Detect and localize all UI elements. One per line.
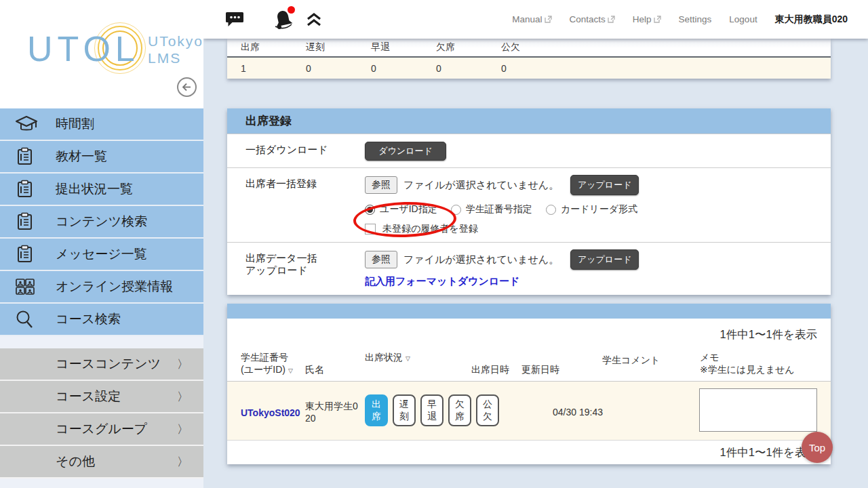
sidebar-item-content-search[interactable]: コンテンツ検索 [0,206,203,239]
radio-student-number[interactable]: 学生証番号指定 [451,203,532,216]
student-table-header-row: 学生証番号 (ユーザID) ▽ 氏名 出席状況 ▽ 出席日時 更新日時 学生コメ… [227,342,831,382]
student-name: 東大用学生020 [305,400,361,424]
logo-area: UTOL UTokyo LMS [0,0,203,108]
column-header-memo: メモ ※学生には見えません [700,351,795,375]
upload-button[interactable]: アップロード [570,175,639,195]
notification-dot [288,6,295,14]
radio-user-id[interactable]: ユーザID指定 [365,203,437,216]
status-button-left-early[interactable]: 早退 [420,394,443,426]
summary-value: 0 [357,63,422,74]
sidebar-gap [0,336,203,348]
topbar: Manual Contacts Help Settings Logout 東大用… [203,0,868,39]
logo-text: UTOL [27,28,140,69]
sidebar-item-messages[interactable]: メッセージ一覧 [0,239,203,271]
sidebar-item-label: コースグループ [0,420,147,438]
data-upload-row: 出席データ一括アップロード 参照 ファイルが選択されていません。 アップロード … [227,242,831,295]
summary-header: 欠席 [422,41,488,54]
manual-link[interactable]: Manual [512,14,551,24]
result-count-text: 1件中1〜1件を表示 [227,319,831,342]
register-unregistered-option: 未登録の履修者を登録 [365,223,823,235]
no-file-selected-text: ファイルが選択されていません。 [403,253,559,266]
notifications-bell-icon[interactable] [273,9,294,30]
graduation-cap-icon [15,115,39,133]
sidebar-item-course-settings[interactable]: コース設定 〉 [0,381,203,413]
sidebar-item-online-class[interactable]: オンライン授業情報 [0,271,203,304]
sidebar-item-course-contents[interactable]: コースコンテンツ 〉 [0,348,203,381]
help-link[interactable]: Help [633,14,661,24]
attendance-summary-table: 出席 遅刻 早退 欠席 公欠 1 0 0 0 0 [227,39,831,79]
upload-button[interactable]: アップロード [570,249,639,270]
sidebar-item-timetable[interactable]: 時間割 [0,108,203,141]
sidebar-item-label: 時間割 [0,115,94,133]
summary-value-row: 1 0 0 0 0 [227,58,831,79]
radio-card-reader[interactable]: カードリーダ形式 [546,203,637,216]
sort-indicator-icon: ▽ [406,355,410,362]
logo-subtitle: UTokyo LMS [148,33,203,66]
panel-header-bar [227,304,831,319]
settings-link[interactable]: Settings [679,14,712,24]
clipboard-icon [15,147,39,166]
sidebar: UTOL UTokyo LMS 時間割 教材一覧 提出状況一覧 [0,0,203,488]
summary-header: 公欠 [488,41,553,54]
browse-button[interactable]: 参照 [365,176,397,194]
summary-value: 0 [292,63,357,74]
format-download-link[interactable]: 記入用フォーマットダウンロード [365,275,520,288]
clipboard-icon [15,245,39,264]
column-header-status[interactable]: 出席状況 ▽ [365,351,410,363]
bulk-register-row: 出席者一括登録 参照 ファイルが選択されていません。 アップロード ユーザID指… [227,167,831,242]
no-file-selected-text: ファイルが選択されていません。 [403,179,559,192]
checkbox-label: 未登録の履修者を登録 [382,223,478,235]
external-link-icon [654,16,661,23]
status-button-excused[interactable]: 公欠 [476,394,499,426]
topbar-links: Manual Contacts Help Settings Logout 東大用… [512,14,868,26]
sidebar-item-submissions[interactable]: 提出状況一覧 [0,174,203,206]
sort-indicator-icon: ▽ [288,367,293,374]
utol-logo: UTOL UTokyo LMS [27,28,190,83]
username: 東大用教職員020 [775,14,848,26]
summary-header: 早退 [357,41,422,54]
column-header-student-comment: 学生コメント [602,354,660,366]
sidebar-item-others[interactable]: その他 〉 [0,446,203,479]
main-content: 出席 遅刻 早退 欠席 公欠 1 0 0 0 0 出席登録 一括ダウンロード ダ… [227,39,831,79]
collapse-header-icon[interactable] [306,12,322,27]
checkbox-unchecked-icon[interactable] [365,224,376,235]
summary-header-row: 出席 遅刻 早退 欠席 公欠 [227,39,831,58]
radio-unselected-icon[interactable] [451,205,461,215]
radio-unselected-icon[interactable] [546,205,556,215]
status-button-late[interactable]: 遅刻 [393,394,416,426]
download-button[interactable]: ダウンロード [365,142,446,161]
status-button-present[interactable]: 出席 [365,394,388,426]
bulk-register-label: 出席者一括登録 [227,168,365,242]
status-button-absent[interactable]: 欠席 [448,394,471,426]
search-icon [15,310,39,329]
summary-value: 1 [227,63,292,74]
column-header-updated-at: 更新日時 [521,363,559,375]
browse-button[interactable]: 参照 [365,251,397,268]
data-upload-label: 出席データ一括アップロード [227,243,365,295]
sidebar-item-materials[interactable]: 教材一覧 [0,141,203,174]
contacts-link[interactable]: Contacts [570,14,615,24]
radio-selected-icon[interactable] [365,205,375,215]
arrow-left-icon [181,81,193,93]
student-attendance-panel: 1件中1〜1件を表示 学生証番号 (ユーザID) ▽ 氏名 出席状況 ▽ 出席日… [227,304,831,464]
sidebar-item-course-search[interactable]: コース検索 [0,304,203,336]
scroll-to-top-button[interactable]: Top [802,432,833,463]
attendance-status-buttons: 出席 遅刻 早退 欠席 公欠 [365,394,499,426]
sidebar-item-course-group[interactable]: コースグループ 〉 [0,413,203,446]
summary-value: 0 [488,63,553,74]
column-header-student-id[interactable]: 学生証番号 (ユーザID) ▽ [241,351,293,375]
register-format-radio-group: ユーザID指定 学生証番号指定 カードリーダ形式 [365,203,823,216]
chevron-right-icon: 〉 [177,357,189,372]
summary-value: 0 [422,63,488,74]
bulk-download-row: 一括ダウンロード ダウンロード [227,134,831,167]
sidebar-item-label: コース設定 [0,388,121,405]
chevron-right-icon: 〉 [177,454,189,470]
summary-header: 遅刻 [292,41,357,54]
messages-icon[interactable] [226,11,244,28]
panel-title: 出席登録 [227,108,831,134]
student-id-link[interactable]: UTokyoSt020 [241,407,300,418]
sidebar-collapse-button[interactable] [177,77,197,97]
footer-count-text: 1件中1〜1件を表示 [227,441,831,464]
memo-textarea[interactable] [699,388,817,432]
logout-link[interactable]: Logout [729,14,757,24]
